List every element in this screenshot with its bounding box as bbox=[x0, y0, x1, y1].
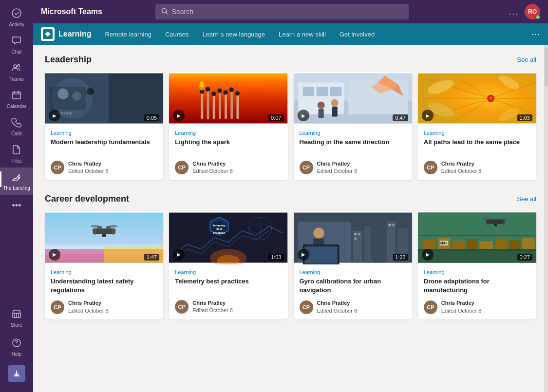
play-button-8[interactable]: ▶ bbox=[422, 249, 434, 261]
card-title-6: Telemetry best practices bbox=[175, 277, 282, 295]
svg-rect-107 bbox=[422, 240, 436, 249]
sidebar-more-button[interactable]: ••• bbox=[0, 197, 33, 215]
sidebar-item-store[interactable]: Store bbox=[8, 304, 25, 332]
author-name-1: Chris Pratley bbox=[68, 160, 109, 168]
search-input[interactable] bbox=[172, 8, 403, 16]
card-tag-6: Learning bbox=[175, 269, 282, 275]
career-section-header: Career development See all bbox=[45, 194, 536, 204]
card-safety-regulations[interactable]: ▶ 1:47 Learning Understanding latest saf… bbox=[45, 211, 163, 319]
duration-4: 1:03 bbox=[517, 114, 532, 121]
sidebar-item-the-landing[interactable]: The Landing bbox=[0, 168, 33, 195]
sidebar-item-calls[interactable]: Calls bbox=[0, 113, 33, 140]
navbar-item-get-involved[interactable]: Get involved bbox=[334, 28, 380, 41]
svg-point-127 bbox=[486, 222, 489, 227]
card-title-8: Drone adaptations for manufacturing bbox=[424, 277, 530, 295]
duration-3: 0:47 bbox=[393, 114, 408, 121]
card-body-6: Learning Telemetry best practices CP Chr… bbox=[169, 264, 287, 319]
sidebar-item-calendar[interactable]: Calendar bbox=[0, 86, 33, 113]
scrollbar-thumb[interactable] bbox=[545, 47, 548, 86]
card-telemetry[interactable]: Telemetry best practices bbox=[169, 211, 287, 319]
svg-rect-90 bbox=[373, 235, 384, 262]
calendar-icon bbox=[11, 90, 22, 102]
author-date-7: Edited October 8 bbox=[317, 307, 358, 315]
card-author-5: CP Chris Pratley Edited October 8 bbox=[51, 299, 157, 315]
svg-point-29 bbox=[229, 88, 234, 92]
navbar-item-learn-new-skill[interactable]: Learn a new skill bbox=[273, 28, 332, 41]
author-info-6: Chris Pratley Edited October 8 bbox=[192, 299, 233, 315]
card-thumb-3: ▶ 0:47 bbox=[294, 72, 412, 125]
author-avatar-8: CP bbox=[424, 300, 437, 314]
card-thumb-8: ▶ 0:27 bbox=[418, 211, 536, 264]
author-name-4: Chris Pratley bbox=[441, 160, 482, 168]
sidebar-item-help[interactable]: Help bbox=[8, 334, 25, 361]
author-avatar-2: CP bbox=[175, 161, 189, 174]
card-thumb-4: ▶ 1:03 bbox=[418, 72, 536, 125]
sidebar-item-chat[interactable]: Chat bbox=[0, 31, 33, 58]
svg-rect-93 bbox=[354, 233, 357, 235]
card-title-1: Modern leadership fundamentals bbox=[51, 138, 157, 155]
author-name-3: Chris Pratley bbox=[317, 160, 358, 168]
play-button-1[interactable]: ▶ bbox=[49, 110, 60, 121]
author-info-2: Chris Pratley Edited October 8 bbox=[192, 160, 233, 175]
sidebar-item-teams[interactable]: Teams bbox=[0, 58, 33, 86]
svg-rect-115 bbox=[440, 241, 448, 245]
navbar-more-button[interactable]: ··· bbox=[531, 29, 540, 39]
career-see-all[interactable]: See all bbox=[517, 195, 536, 203]
svg-rect-114 bbox=[522, 238, 534, 249]
card-author-4: CP Chris Pratley Edited October 8 bbox=[424, 160, 530, 175]
author-date-3: Edited October 8 bbox=[317, 168, 358, 175]
card-thumb-1: Leadership ▶ 0:05 bbox=[45, 72, 163, 125]
search-bar[interactable] bbox=[155, 4, 409, 19]
svg-rect-112 bbox=[495, 239, 507, 249]
play-button-6[interactable]: ▶ bbox=[173, 249, 185, 261]
sidebar-item-calendar-label: Calendar bbox=[7, 104, 27, 109]
leadership-see-all[interactable]: See all bbox=[517, 56, 536, 63]
calls-icon bbox=[11, 117, 22, 129]
navbar-item-remote-learning[interactable]: Remote learning bbox=[99, 28, 157, 41]
card-tag-8: Learning bbox=[424, 269, 530, 275]
card-gyro-calibrations[interactable]: ▶ 1:23 Learning Gyro calibrations for ur… bbox=[294, 211, 412, 319]
card-modern-leadership[interactable]: Leadership ▶ 0:05 Learning Modern leader… bbox=[45, 72, 163, 180]
play-button-4[interactable]: ▶ bbox=[422, 110, 434, 121]
sidebar-item-files[interactable]: Files bbox=[0, 140, 33, 168]
avatar[interactable]: RO bbox=[525, 4, 540, 19]
card-author-7: CP Chris Pratley Edited October 8 bbox=[300, 299, 406, 315]
svg-rect-111 bbox=[479, 241, 493, 249]
topbar-more-button[interactable]: ... bbox=[509, 7, 519, 17]
play-button-3[interactable]: ▶ bbox=[298, 110, 309, 121]
sidebar-item-activity[interactable]: Activity bbox=[0, 4, 33, 31]
card-tag-2: Learning bbox=[175, 130, 282, 136]
svg-rect-113 bbox=[509, 240, 520, 249]
navbar-brand[interactable]: Learning bbox=[41, 27, 92, 41]
chat-icon bbox=[11, 35, 22, 47]
card-lighting-spark[interactable]: ▶ 0:07 Learning Lighting the spark CP Ch… bbox=[169, 72, 287, 180]
card-author-8: CP Chris Pratley Edited October 8 bbox=[424, 299, 530, 315]
download-button[interactable] bbox=[8, 365, 25, 382]
leadership-section-header: Leadership See all bbox=[45, 55, 536, 65]
play-button-5[interactable]: ▶ bbox=[49, 249, 60, 261]
scrollbar-track[interactable] bbox=[544, 45, 548, 392]
svg-rect-109 bbox=[452, 241, 465, 249]
navbar-item-courses[interactable]: Courses bbox=[159, 28, 194, 41]
navbar-item-learn-new-language[interactable]: Learn a new language bbox=[196, 28, 271, 41]
svg-rect-22 bbox=[231, 90, 233, 119]
card-drone-manufacturing[interactable]: ▶ 0:27 Learning Drone adaptations for ma… bbox=[418, 211, 536, 319]
card-all-paths[interactable]: ▶ 1:03 Learning All paths lead to the sa… bbox=[418, 72, 536, 180]
play-button-7[interactable]: ▶ bbox=[298, 249, 309, 261]
author-date-5: Edited October 8 bbox=[68, 307, 109, 315]
author-name-2: Chris Pratley bbox=[192, 160, 233, 168]
author-date-1: Edited October 8 bbox=[68, 168, 109, 175]
svg-rect-41 bbox=[318, 109, 323, 118]
svg-point-61 bbox=[489, 96, 492, 100]
card-same-direction[interactable]: ▶ 0:47 Learning Heading in the same dire… bbox=[294, 72, 412, 180]
author-avatar-3: CP bbox=[300, 161, 313, 174]
duration-5: 1:47 bbox=[144, 254, 159, 261]
svg-point-125 bbox=[484, 218, 491, 220]
card-thumb-7: ▶ 1:23 bbox=[294, 211, 412, 264]
card-title-4: All paths lead to the same place bbox=[424, 138, 530, 155]
card-tag-3: Learning bbox=[300, 130, 406, 136]
svg-rect-38 bbox=[316, 87, 327, 96]
svg-point-30 bbox=[235, 91, 240, 95]
main-content: Leadership See all Leadership bbox=[33, 45, 548, 392]
card-tag-4: Learning bbox=[424, 130, 530, 136]
